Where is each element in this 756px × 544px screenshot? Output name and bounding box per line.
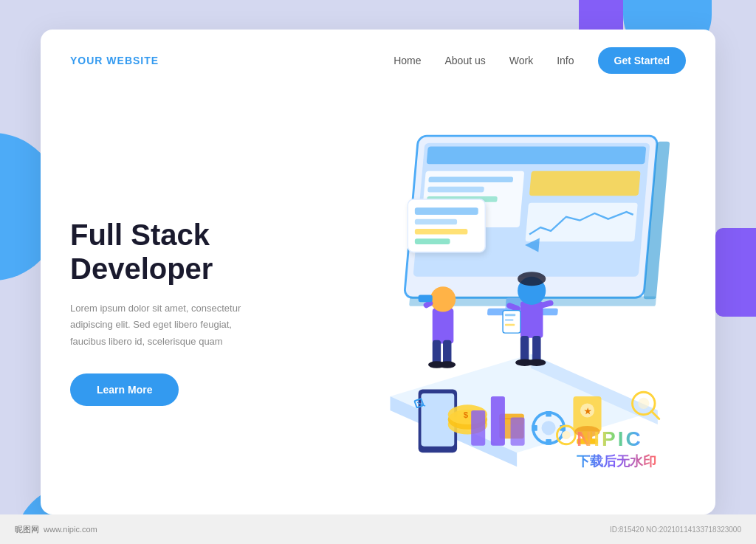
footer-site-url: www.nipic.com (44, 525, 97, 534)
svg-point-42 (430, 286, 456, 311)
footer-id: ID:815420 NO:20210114133718323000 (610, 526, 741, 534)
svg-rect-35 (546, 411, 551, 417)
svg-rect-68 (577, 438, 598, 444)
svg-rect-49 (520, 301, 543, 338)
svg-rect-55 (505, 314, 515, 316)
svg-rect-16 (415, 219, 457, 225)
svg-rect-62 (471, 410, 485, 446)
navigation: Home About us Work Info Get Started (394, 47, 686, 74)
bg-decoration-right (715, 228, 756, 317)
svg-rect-18 (415, 238, 450, 244)
svg-rect-4 (529, 171, 641, 196)
svg-rect-15 (415, 207, 478, 215)
svg-rect-17 (415, 229, 468, 235)
svg-rect-44 (433, 340, 441, 365)
svg-rect-58 (520, 336, 529, 362)
main-card: YOUR WEBSITE Home About us Work Info Get… (41, 30, 715, 514)
footer-site-label: 昵图网 (15, 524, 39, 535)
header: YOUR WEBSITE Home About us Work Info Get… (41, 30, 715, 92)
svg-rect-56 (505, 319, 513, 321)
svg-rect-54 (503, 311, 520, 334)
hero-section: Full Stack Developer Lorem ipsum dolor s… (41, 92, 715, 514)
svg-point-72 (638, 398, 649, 409)
nav-info[interactable]: Info (557, 55, 574, 66)
hero-title: Full Stack Developer (70, 218, 292, 286)
footer-logo: 昵图网 www.nipic.com (15, 524, 97, 535)
svg-rect-57 (505, 324, 515, 326)
nav-about[interactable]: About us (444, 55, 485, 66)
svg-rect-64 (511, 418, 525, 446)
svg-rect-48 (419, 295, 433, 303)
hero-description: Lorem ipsum dolor sit amet, consectetur … (70, 300, 269, 349)
footer-bar: 昵图网 www.nipic.com ID:815420 NO:202101141… (0, 514, 756, 544)
svg-point-61 (527, 359, 546, 366)
get-started-button[interactable]: Get Started (598, 47, 686, 74)
nav-work[interactable]: Work (509, 55, 533, 66)
hero-title-line1: Full Stack (70, 218, 210, 251)
hero-title-line2: Developer (70, 252, 213, 285)
logo-bold: WEBSITE (106, 55, 159, 66)
hero-text: Full Stack Developer Lorem ipsum dolor s… (70, 218, 292, 405)
isometric-illustration: $ (292, 106, 686, 514)
svg-rect-7 (427, 187, 484, 193)
svg-point-51 (518, 272, 546, 286)
svg-rect-37 (532, 425, 537, 431)
svg-rect-63 (491, 396, 505, 446)
svg-point-47 (439, 361, 456, 368)
svg-rect-5 (525, 203, 637, 241)
svg-text:$: $ (464, 410, 469, 419)
svg-point-40 (562, 431, 570, 439)
svg-rect-2 (427, 146, 647, 164)
logo-text: YOUR WEBSITE (70, 55, 159, 66)
hero-illustration: $ (292, 106, 686, 514)
svg-text:★: ★ (584, 407, 592, 416)
svg-rect-41 (433, 309, 454, 344)
logo: YOUR WEBSITE (70, 55, 159, 66)
svg-point-34 (542, 421, 556, 435)
nav-home[interactable]: Home (394, 55, 421, 66)
svg-rect-6 (428, 176, 513, 182)
svg-rect-59 (532, 336, 540, 362)
svg-rect-36 (546, 439, 551, 445)
svg-rect-45 (443, 340, 451, 365)
learn-more-button[interactable]: Learn More (70, 373, 179, 406)
